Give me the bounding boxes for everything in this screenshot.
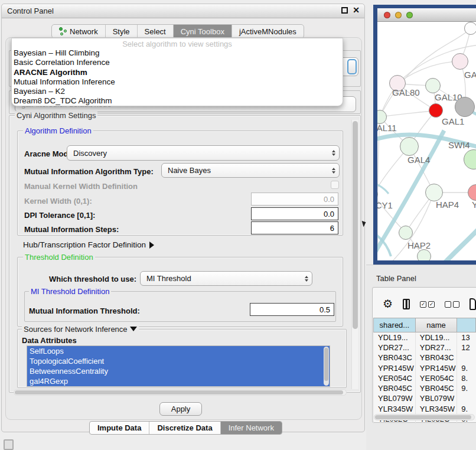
network-node-gal4[interactable] — [400, 137, 419, 156]
dropdown-item-bayesian-hill-climbing[interactable]: Bayesian – Hill Climbing — [12, 48, 343, 58]
dpi-tolerance-input[interactable] — [251, 207, 338, 220]
network-canvas[interactable]: GALGAL80GAL10GAL1GAL11SWI4GAL4GCY1HAP4YH… — [377, 22, 476, 260]
kernel-width-input[interactable] — [251, 193, 338, 206]
table-row[interactable]: YER054CYER054C8. — [374, 373, 476, 383]
sources-toggle[interactable]: Sources for Network Inference — [22, 325, 139, 334]
gear-icon[interactable]: ⚙ — [383, 298, 393, 310]
network-node-label: GCY1 — [377, 200, 393, 210]
dropdown-item-bayesian-k2[interactable]: Bayesian – K2 — [12, 87, 343, 96]
tab-label: Network — [70, 27, 98, 36]
table-cell: YER054C — [415, 373, 457, 383]
tab-cyni-toolbox[interactable]: Cyni Toolbox — [174, 25, 232, 38]
tab-discretize-data[interactable]: Discretize Data — [149, 422, 220, 434]
float-window-icon[interactable] — [341, 7, 348, 14]
mac-minimize-button[interactable] — [395, 12, 402, 18]
network-window-titlebar — [377, 8, 476, 22]
spinner-arrows-icon — [328, 150, 339, 156]
table-row[interactable]: YDR27...YDR27...12 — [374, 343, 476, 353]
settings-horizontal-scrollbar[interactable] — [14, 389, 347, 396]
network-node-label: GAL — [464, 70, 476, 80]
table-cell: 8. — [457, 373, 476, 383]
tab-infer-network[interactable]: Infer Network — [221, 422, 282, 434]
hub-definition-toggle[interactable]: Hub/Transcription Factor Definition — [23, 240, 154, 249]
table-row[interactable]: YBL079WYBL079W — [374, 393, 476, 403]
spinner-arrows-icon — [301, 276, 312, 282]
attribute-item-gal4rgexp[interactable]: gal4RGexp — [27, 376, 330, 386]
attributes-vscroll-thumb[interactable] — [324, 348, 328, 381]
apply-button[interactable]: Apply — [159, 402, 202, 416]
network-node[interactable] — [417, 249, 431, 260]
settings-vertical-scrollbar[interactable] — [351, 120, 358, 389]
attribute-item-betweennesscentrality[interactable]: BetweennessCentrality — [27, 366, 330, 376]
tab-network[interactable]: Network — [52, 25, 106, 38]
table-cell: YBR043C — [374, 353, 416, 363]
dropdown-prompt: Select algorithm to view settings — [12, 40, 343, 48]
tab-impute-data[interactable]: Impute Data — [90, 422, 149, 434]
column-header-shared[interactable]: shared... — [374, 318, 416, 332]
checked-pair-icon[interactable]: ✓✓ — [420, 301, 435, 308]
network-node[interactable] — [455, 97, 475, 117]
close-icon[interactable]: ✕ — [353, 6, 360, 14]
unchecked-pair-icon[interactable] — [445, 301, 459, 308]
manual-kernel-checkbox[interactable] — [331, 181, 339, 189]
algorithm-definition-title: Algorithm Definition — [23, 126, 93, 135]
network-node-hap4[interactable] — [425, 184, 443, 201]
network-node-label: HAP2 — [407, 240, 431, 250]
settings-vscroll-thumb[interactable] — [353, 121, 358, 329]
network-node-gal[interactable] — [452, 53, 468, 70]
document-icon[interactable] — [470, 298, 476, 310]
columns-icon[interactable] — [403, 299, 410, 309]
collapsed-panel-icon[interactable] — [4, 439, 14, 450]
network-node-gal1[interactable] — [429, 103, 443, 118]
control-panel-window: Control Panel ✕ NetworkStyleSelectCyni T… — [1, 4, 365, 432]
dropdown-item-aracne-algorithm[interactable]: ARACNE Algorithm — [12, 68, 343, 77]
table-cell: YLR345W — [374, 404, 416, 414]
table-cell: YBR045C — [415, 383, 457, 393]
mi-threshold-input[interactable] — [250, 303, 334, 316]
tab-jactivemnodules[interactable]: jActiveMNodules — [232, 25, 304, 38]
control-panel-title: Control Panel — [2, 6, 54, 15]
mi-type-combo[interactable]: Naive Bayes — [161, 163, 340, 178]
table-row[interactable]: YLR345WYLR345W9. — [374, 404, 476, 414]
table-horizontal-scrollbar[interactable] — [374, 414, 475, 420]
network-node[interactable] — [464, 22, 476, 35]
table-row[interactable]: YBR045CYBR045C9. — [374, 383, 476, 393]
node-attribute-table[interactable]: shared...nameYDL19...YDL19...13YDR27...Y… — [373, 318, 476, 424]
network-node-hap2[interactable] — [399, 226, 413, 240]
column-header-2[interactable] — [457, 318, 476, 332]
table-row[interactable]: YDL19...YDL19...13 — [374, 332, 476, 343]
data-attributes-list[interactable]: SelfLoopsTopologicalCoefficientBetweenne… — [27, 345, 330, 387]
attribute-item-topologicalcoefficient[interactable]: TopologicalCoefficient — [27, 356, 330, 366]
network-node-label: SWI4 — [448, 140, 470, 150]
table-cell: 9. — [457, 363, 476, 373]
mac-zoom-button[interactable] — [406, 12, 413, 18]
threshold-title: Threshold Definition — [23, 253, 95, 262]
which-threshold-combo[interactable]: MI Threshold — [140, 271, 312, 286]
column-header-name[interactable]: name — [415, 318, 457, 332]
table-cell: YLR345W — [415, 404, 457, 414]
application-root: Control Panel ✕ NetworkStyleSelectCyni T… — [0, 0, 476, 450]
combo-focus-button[interactable] — [347, 59, 357, 74]
table-row[interactable]: YPR145WYPR145W9. — [374, 363, 476, 373]
network-node-label: GAL80 — [392, 87, 420, 97]
data-attributes-label: Data Attributes — [22, 336, 77, 345]
attribute-item-selfloops[interactable]: SelfLoops — [27, 346, 330, 356]
dropdown-item-basic-correlation-inference[interactable]: Basic Correlation Inference — [12, 58, 343, 67]
mac-close-button[interactable] — [384, 12, 390, 18]
settings-hscroll-thumb[interactable] — [15, 390, 343, 394]
algorithm-dropdown-list: Select algorithm to view settings Bayesi… — [11, 38, 343, 106]
aracne-mode-combo[interactable]: Discovery — [67, 145, 340, 161]
table-row[interactable]: YBR043CYBR043C — [374, 353, 476, 363]
tab-style[interactable]: Style — [106, 25, 138, 38]
tab-select[interactable]: Select — [138, 25, 174, 38]
network-node-gal10[interactable] — [425, 78, 441, 93]
network-icon — [59, 27, 67, 35]
table-cell: YBL079W — [415, 393, 457, 403]
mi-threshold-label: Mutual Information Threshold: — [29, 306, 140, 315]
dropdown-item-dream8-dc-tdc-algorithm[interactable]: Dream8 DC_TDC Algorithm — [12, 96, 343, 106]
attributes-vscrollbar[interactable] — [324, 347, 329, 386]
mi-steps-input[interactable] — [251, 221, 338, 234]
table-cell: YPR145W — [415, 363, 457, 373]
dropdown-item-mutual-information-inference[interactable]: Mutual Information Inference — [12, 77, 343, 87]
table-hscroll-thumb[interactable] — [375, 415, 471, 419]
